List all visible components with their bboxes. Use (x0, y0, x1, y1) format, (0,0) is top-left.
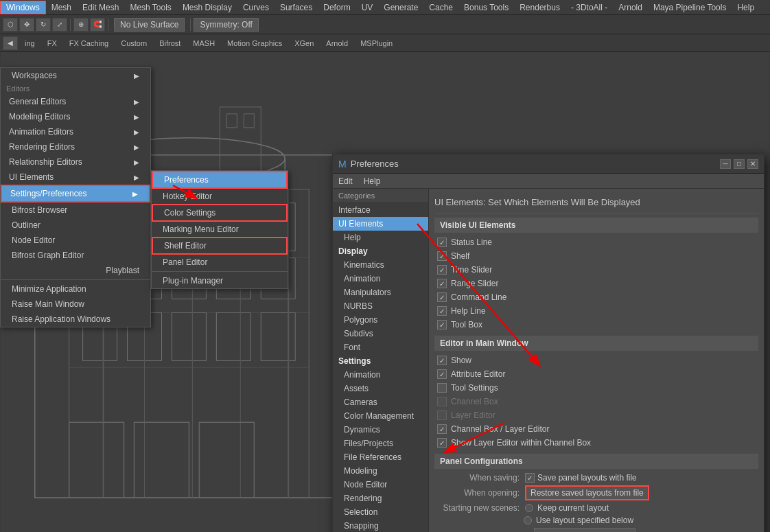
tab-fx[interactable]: FX (42, 38, 62, 49)
cat-font[interactable]: Font (333, 340, 428, 354)
menu-maya-pipeline[interactable]: Maya Pipeline Tools (648, 1, 732, 14)
menu-mesh-display[interactable]: Mesh Display (177, 1, 237, 14)
cat-file-references[interactable]: File References (333, 450, 428, 464)
submenu-preferences[interactable]: Preferences (152, 171, 288, 189)
back-btn[interactable]: ◀ (3, 36, 18, 50)
menu-item-raise-all[interactable]: Raise Application Windows (1, 312, 150, 327)
menu-deform[interactable]: Deform (318, 1, 355, 14)
cat-modeling[interactable]: Modeling (333, 464, 428, 478)
menu-item-workspaces[interactable]: Workspaces ▶ (1, 68, 150, 83)
menu-generate[interactable]: Generate (378, 1, 423, 14)
toolbar-move[interactable]: ✥ (19, 18, 34, 32)
menu-item-bifrost-browser[interactable]: Bifrost Browser (1, 203, 150, 218)
menu-item-outliner[interactable]: Outliner (1, 218, 150, 233)
checkbox-show-layer[interactable] (437, 438, 447, 448)
menu-edit-mesh[interactable]: Edit Mesh (77, 1, 124, 14)
checkbox-time-slider[interactable] (437, 265, 447, 275)
cat-kinematics[interactable]: Kinematics (333, 258, 428, 272)
menu-3dtoall[interactable]: - 3DtoAll - (565, 1, 613, 14)
cat-animation[interactable]: Animation (333, 272, 428, 286)
menu-renderbus[interactable]: Renderbus (514, 1, 565, 14)
tab-arnold[interactable]: Arnold (320, 38, 353, 49)
checkbox-channel-layer[interactable] (437, 424, 447, 434)
menu-item-raise-main[interactable]: Raise Main Window (1, 297, 150, 312)
menu-item-playblast[interactable]: Playblast (1, 263, 150, 278)
checkbox-save-layouts[interactable] (525, 473, 535, 483)
menu-arnold[interactable]: Arnold (613, 1, 648, 14)
cat-selection[interactable]: Selection (333, 505, 428, 519)
cat-subdivs[interactable]: Subdivs (333, 327, 428, 340)
checkbox-shelf[interactable] (437, 251, 447, 261)
checkbox-channel-box[interactable] (437, 397, 447, 406)
cat-display[interactable]: Display (333, 244, 428, 258)
menu-help[interactable]: Help (732, 1, 760, 14)
tab-custom[interactable]: Custom (115, 38, 152, 49)
menu-mesh[interactable]: Mesh (46, 1, 77, 14)
cat-node-editor[interactable]: Node Editor (333, 478, 428, 491)
menu-bonus-tools[interactable]: Bonus Tools (458, 1, 514, 14)
menu-item-minimize[interactable]: Minimize Application (1, 281, 150, 297)
toolbar-magnet[interactable]: 🧲 (90, 18, 105, 32)
checkbox-status-line[interactable] (437, 238, 447, 247)
cat-help[interactable]: Help (333, 231, 428, 244)
menu-item-ui-elements[interactable]: UI Elements ▶ (1, 170, 150, 185)
menu-item-rendering-editors[interactable]: Rendering Editors ▶ (1, 139, 150, 154)
close-btn[interactable]: ✕ (747, 159, 758, 169)
tab-bifrost[interactable]: Bifrost (154, 38, 186, 49)
checkbox-layer-editor[interactable] (437, 410, 447, 420)
submenu-hotkey[interactable]: Hotkey Editor (152, 189, 288, 204)
toolbar-scale[interactable]: ⤢ (52, 18, 67, 32)
cat-color-management[interactable]: Color Management (333, 409, 428, 423)
checkbox-command-line[interactable] (437, 292, 447, 302)
checkbox-help-line[interactable] (437, 306, 447, 316)
menu-item-settings-preferences[interactable]: Settings/Preferences ▶ (1, 185, 150, 203)
radio-use-layout[interactable] (524, 516, 532, 524)
cat-rendering[interactable]: Rendering (333, 491, 428, 505)
cat-nurbs[interactable]: NURBS (333, 299, 428, 313)
submenu-shelf-editor[interactable]: Shelf Editor (152, 237, 288, 255)
tab-msplugin[interactable]: MSPlugin (355, 38, 398, 49)
tab-fx-caching[interactable]: FX Caching (64, 38, 114, 49)
layout-dropdown[interactable]: Single Perspective View (534, 528, 635, 532)
cat-polygons[interactable]: Polygons (333, 313, 428, 327)
when-opening-dropdown[interactable]: Restore saved layouts from file (525, 485, 649, 500)
cat-cameras[interactable]: Cameras (333, 395, 428, 409)
cat-files-projects[interactable]: Files/Projects (333, 437, 428, 450)
cat-manipulators[interactable]: Manipulators (333, 286, 428, 299)
cat-settings-animation[interactable]: Animation (333, 368, 428, 382)
toolbar-select[interactable]: ⬡ (3, 18, 18, 32)
menu-cache[interactable]: Cache (423, 1, 458, 14)
menu-mesh-tools[interactable]: Mesh Tools (124, 1, 176, 14)
cat-ui-elements[interactable]: UI Elements (333, 217, 428, 231)
cat-settings[interactable]: Settings (333, 354, 428, 368)
minimize-btn[interactable]: ─ (720, 159, 731, 169)
pref-menu-help[interactable]: Help (358, 175, 386, 187)
tab-mash[interactable]: MASH (187, 38, 220, 49)
menu-curves[interactable]: Curves (237, 1, 275, 14)
tab-ing[interactable]: ing (19, 38, 40, 49)
menu-item-animation-editors[interactable]: Animation Editors ▶ (1, 124, 150, 139)
submenu-panel-editor[interactable]: Panel Editor (152, 255, 288, 270)
checkbox-tool-settings[interactable] (437, 383, 447, 393)
checkbox-range-slider[interactable] (437, 279, 447, 288)
submenu-marking-menu[interactable]: Marking Menu Editor (152, 222, 288, 237)
cat-snapping[interactable]: Snapping (333, 519, 428, 532)
cat-dynamics[interactable]: Dynamics (333, 423, 428, 437)
restore-btn[interactable]: □ (734, 159, 745, 169)
pref-menu-edit[interactable]: Edit (333, 175, 358, 187)
menu-item-modeling-editors[interactable]: Modeling Editors ▶ (1, 109, 150, 124)
menu-item-relationship-editors[interactable]: Relationship Editors ▶ (1, 154, 150, 170)
menu-windows[interactable]: Windows (0, 1, 46, 14)
tab-motion-graphics[interactable]: Motion Graphics (222, 38, 288, 49)
no-live-surface[interactable]: No Live Surface (114, 18, 185, 32)
submenu-color-settings[interactable]: Color Settings (152, 204, 288, 222)
toolbar-snap[interactable]: ⊕ (73, 18, 89, 32)
radio-keep-layout[interactable] (525, 504, 533, 512)
cat-assets[interactable]: Assets (333, 382, 428, 395)
toolbar-rotate[interactable]: ↻ (36, 18, 51, 32)
cat-interface[interactable]: Interface (333, 203, 428, 217)
menu-item-general-editors[interactable]: General Editors ▶ (1, 94, 150, 109)
menu-surfaces[interactable]: Surfaces (275, 1, 318, 14)
checkbox-show[interactable] (437, 356, 447, 365)
tab-xgen[interactable]: XGen (289, 38, 319, 49)
